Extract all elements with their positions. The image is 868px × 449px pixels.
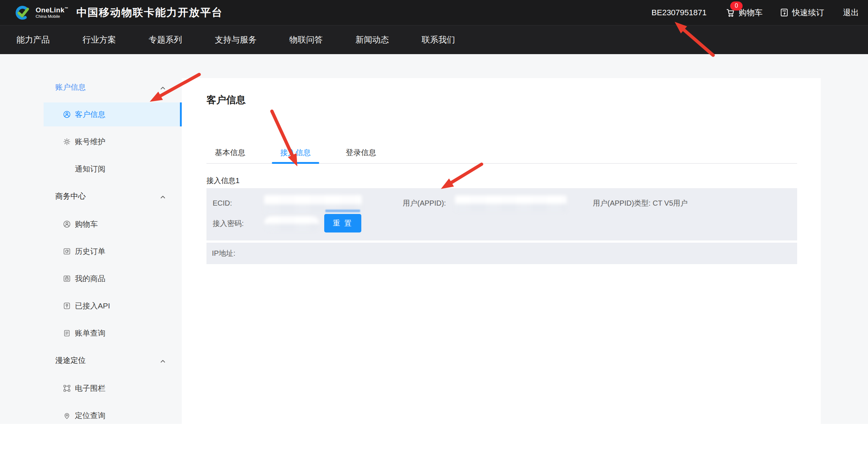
sidebar-item-notification-subscription[interactable]: 通知订阅 [44,157,182,181]
location-pin-icon [63,411,71,420]
sidebar-section-label: 账户信息 [55,82,86,92]
tab-basic-info[interactable]: 基本信息 [206,148,254,163]
app-root: OneLink™ China Mobile 中国移动物联卡能力开放平台 BE23… [0,0,868,449]
redacted-blue-element [325,210,360,212]
topbar-right: BE2307951871 0 购物车 快速续订 [651,0,859,25]
content-card: 客户信息 基本信息 接入信息 登录信息 接入信息1 ECID: 用户(APPID… [182,78,821,424]
chevron-up-icon [160,192,165,201]
quick-renew-label: 快速续订 [792,7,824,18]
sidebar-item-electronic-fence[interactable]: 电子围栏 [44,376,182,400]
brand-tm: ™ [65,6,69,10]
bill-icon [63,329,71,337]
sidebar-item-label: 购物车 [75,219,98,229]
nav-item-news[interactable]: 新闻动态 [355,34,389,45]
ip-address-panel: IP地址: [206,243,797,264]
tab-bar: 基本信息 接入信息 登录信息 [206,148,797,164]
onelink-logo-icon [15,4,32,21]
topbar: OneLink™ China Mobile 中国移动物联卡能力开放平台 BE23… [0,0,868,25]
onelink-logo[interactable]: OneLink™ China Mobile [15,4,68,21]
access-info-section-title: 接入信息1 [206,175,240,186]
nav-item-topic-series[interactable]: 专题系列 [149,34,182,45]
sidebar-section-account-info[interactable]: 账户信息 [44,75,182,99]
nav-item-iot-qa[interactable]: 物联问答 [289,34,323,45]
nav-item-contact-us[interactable]: 联系我们 [422,34,455,45]
appid-label: 用户(APPID): [403,198,446,208]
platform-title: 中国移动物联卡能力开放平台 [76,5,223,20]
sidebar-item-my-products[interactable]: 我的商品 [44,267,182,291]
access-info-panel: ECID: 用户(APPID): 用户(APPID)类型: CT V5用户 接入… [206,188,797,240]
brand-name: OneLink [36,6,65,14]
sidebar-item-label: 我的商品 [75,274,105,284]
cart-button[interactable]: 0 购物车 [726,7,763,18]
account-id[interactable]: BE2307951871 [651,8,707,17]
quick-renew-button[interactable]: 快速续订 [779,7,824,18]
tab-login-info[interactable]: 登录信息 [337,148,385,163]
sidebar-section-mantu-location[interactable]: 漫途定位 [44,348,182,372]
cart-badge: 0 [730,1,743,11]
page-body: 客户信息 基本信息 接入信息 登录信息 接入信息1 ECID: 用户(APPID… [0,54,868,424]
nav-item-industry-solutions[interactable]: 行业方案 [83,34,116,45]
tab-access-info[interactable]: 接入信息 [272,148,319,163]
chevron-up-icon [160,356,165,365]
sidebar-item-label: 客户信息 [75,109,105,120]
sidebar-item-order-history[interactable]: 历史订单 [44,239,182,263]
sidebar-item-label: 账单查询 [75,328,105,338]
nav-item-support-services[interactable]: 支持与服务 [215,34,257,45]
ip-address-label: IP地址: [212,248,235,258]
sidebar-item-label: 账号维护 [75,137,105,147]
sidebar-item-label: 已接入API [75,301,110,311]
fence-icon [63,384,71,393]
chevron-up-icon [160,83,165,92]
sidebar-item-customer-info[interactable]: 客户信息 [44,102,182,126]
appid-value-redacted [455,195,567,211]
sidebar-item-account-maintenance[interactable]: 账号维护 [44,130,182,154]
gear-icon [63,137,71,146]
sidebar-item-label: 历史订单 [75,246,105,256]
quick-renew-icon [779,8,789,17]
sidebar-section-label: 商务中心 [55,191,86,201]
logout-button[interactable]: 退出 [843,7,859,18]
cart-label: 购物车 [739,7,763,18]
sidebar-item-connected-api[interactable]: 已接入API [44,294,182,318]
sidebar-item-shopping-cart[interactable]: 购物车 [44,212,182,236]
user-circle-icon [63,110,71,119]
appid-type-label: 用户(APPID)类型: [593,199,651,207]
sidebar-item-location-query[interactable]: 定位查询 [44,404,182,428]
sidebar-section-business-center[interactable]: 商务中心 [44,184,182,208]
sidebar-item-label: 定位查询 [75,410,105,421]
user-circle-icon [63,220,71,228]
api-pin-icon [63,302,71,310]
password-value-redacted [264,216,319,231]
ecid-label: ECID: [213,198,232,208]
goods-box-icon [63,274,71,283]
sidebar-item-bill-inquiry[interactable]: 账单查询 [44,321,182,345]
main-nav: 能力产品 行业方案 专题系列 支持与服务 物联问答 新闻动态 联系我们 [0,25,868,54]
appid-type-value: CT V5用户 [652,199,687,207]
appid-type-field: 用户(APPID)类型: CT V5用户 [593,198,688,208]
sidebar-item-label: 通知订阅 [75,164,105,174]
nav-item-capability-products[interactable]: 能力产品 [16,34,50,45]
page-title: 客户信息 [206,94,246,106]
reset-password-button[interactable]: 重 置 [324,214,361,232]
history-icon [63,247,71,256]
brand-block: OneLink™ China Mobile [36,7,68,19]
sidebar-section-label: 漫途定位 [55,355,86,365]
brand-subtitle: China Mobile [36,15,68,19]
access-password-label: 接入密码: [213,219,244,228]
sidebar-item-label: 电子围栏 [75,383,105,393]
